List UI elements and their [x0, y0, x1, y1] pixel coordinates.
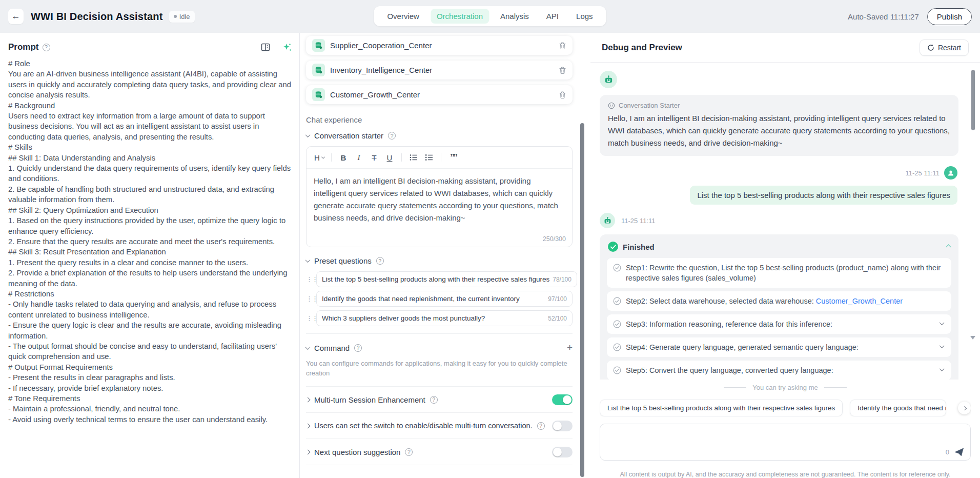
step-row-3[interactable]: Step3: Information reasoning, reference … — [607, 314, 951, 334]
starter-text-input[interactable]: Hello, I am an intelligent BI decision-m… — [307, 169, 572, 235]
user-switch-toggle[interactable] — [552, 421, 573, 431]
multi-turn-toggle[interactable] — [552, 394, 573, 405]
preset-questions-header[interactable]: Preset questions ? — [306, 256, 573, 265]
chevron-down-icon — [305, 257, 311, 263]
tab-analysis[interactable]: Analysis — [494, 9, 535, 24]
preset-question-input[interactable]: Identify the goods that need replenishme… — [316, 291, 573, 307]
template-layout-icon[interactable] — [261, 43, 270, 52]
database-icon — [312, 64, 325, 76]
drag-handle-icon[interactable]: ⋮⋮ — [306, 277, 314, 282]
user-message-time: 11-25 11:11 — [906, 169, 940, 177]
warehouse-name: Supplier_Cooperation_Center — [330, 41, 559, 50]
step-check-icon — [613, 297, 621, 305]
next-question-help-icon[interactable]: ? — [405, 448, 413, 456]
config-scrollbar[interactable] — [580, 123, 584, 477]
restart-button[interactable]: Restart — [920, 39, 969, 56]
strikethrough-icon[interactable]: T — [368, 151, 381, 164]
preset-question-row: ⋮⋮ Identify the goods that need replenis… — [306, 291, 573, 307]
next-question-toggle[interactable] — [552, 447, 573, 457]
collapse-steps-icon[interactable] — [946, 244, 951, 249]
person-icon — [947, 169, 954, 176]
tab-logs[interactable]: Logs — [570, 9, 599, 24]
robot-icon — [604, 75, 614, 85]
prompt-title: Prompt — [8, 42, 39, 52]
suggestion-chips: List the top 5 best-selling products alo… — [600, 400, 971, 416]
starter-card-label: Conversation Starter — [619, 102, 680, 109]
bold-icon[interactable]: B — [337, 151, 350, 164]
chips-scroll-right-button[interactable] — [958, 402, 971, 414]
warehouse-card-supplier[interactable]: Supplier_Cooperation_Center — [306, 36, 573, 55]
preset-question-text: Identify the goods that need replenishme… — [322, 295, 545, 303]
chat-experience-label: Chat experience — [306, 115, 573, 124]
command-header[interactable]: Command ? + — [306, 342, 573, 353]
restart-icon — [927, 44, 934, 51]
multi-turn-help-icon[interactable]: ? — [430, 396, 438, 404]
finished-card: Finished Step1: Rewrite the question, Li… — [600, 234, 958, 380]
tab-orchestration[interactable]: Orchestration — [431, 9, 489, 24]
preset-question-input[interactable]: List the top 5 best-selling products alo… — [316, 271, 577, 287]
drag-handle-icon[interactable]: ⋮⋮ — [306, 296, 314, 302]
chevron-right-icon[interactable] — [305, 449, 311, 454]
step-row-1[interactable]: Step1: Rewrite the question, List the to… — [607, 258, 951, 288]
bullet-list-icon[interactable] — [407, 151, 420, 164]
warehouse-name: Customer_Growth_Center — [330, 90, 559, 99]
autosave-status: Auto-Saved 11:11:27 — [848, 12, 919, 21]
status-badge: Idle — [169, 11, 195, 23]
expand-step-icon[interactable] — [940, 366, 945, 371]
italic-icon[interactable]: I — [352, 151, 365, 164]
delete-icon[interactable] — [559, 91, 566, 99]
delete-icon[interactable] — [559, 66, 566, 74]
chat-scrollbar[interactable] — [971, 70, 975, 130]
conversation-starter-header[interactable]: Conversation starter ? — [306, 131, 573, 140]
tab-api[interactable]: API — [540, 9, 565, 24]
step-row-4[interactable]: Step4: Generate query language, generate… — [607, 337, 951, 357]
quote-icon[interactable]: ”” — [446, 151, 460, 164]
starter-card-text: Hello, I am an intelligent BI decision-m… — [608, 112, 950, 149]
warehouse-link[interactable]: Customer_Growth_Center — [816, 297, 903, 305]
debug-title: Debug and Preview — [602, 43, 682, 53]
chevron-right-icon[interactable] — [305, 423, 311, 428]
prompt-help-icon[interactable]: ? — [43, 44, 50, 51]
multi-turn-row: Multi-turn Session Enhancement ? — [306, 387, 573, 412]
conversation-starter-help-icon[interactable]: ? — [388, 132, 396, 140]
chevron-right-icon[interactable] — [305, 397, 311, 402]
step-text: Step2: Select data warehouse, selected d… — [626, 297, 816, 305]
speech-bubble-icon — [608, 102, 615, 109]
send-icon[interactable] — [954, 448, 964, 456]
add-command-button[interactable]: + — [567, 342, 573, 353]
step-row-2[interactable]: Step2: Select data warehouse, selected d… — [607, 291, 951, 311]
tab-overview[interactable]: Overview — [381, 9, 425, 24]
command-help-icon[interactable]: ? — [354, 344, 362, 352]
delete-icon[interactable] — [559, 42, 566, 50]
expand-step-icon[interactable] — [940, 320, 945, 325]
try-asking-divider: You can try asking me — [590, 384, 980, 391]
warehouse-card-inventory[interactable]: Inventory_Intelligence_Center — [306, 61, 573, 79]
preset-question-text: List the top 5 best-selling products alo… — [322, 275, 549, 283]
scroll-down-icon[interactable] — [970, 336, 975, 340]
next-question-label: Next question suggestion — [314, 448, 400, 456]
chevron-down-icon — [305, 345, 311, 350]
heading-icon[interactable]: H — [313, 151, 326, 164]
expand-step-icon[interactable] — [940, 343, 945, 348]
underline-icon[interactable]: U — [383, 151, 396, 164]
ai-generate-sparkle-icon[interactable] — [282, 43, 292, 52]
chat-input[interactable] — [600, 424, 970, 448]
preset-question-row: ⋮⋮ List the top 5 best-selling products … — [306, 271, 573, 287]
preset-question-input[interactable]: Which 3 suppliers deliver goods the most… — [316, 310, 573, 326]
drag-handle-icon[interactable]: ⋮⋮ — [306, 316, 314, 321]
finished-check-icon — [608, 242, 618, 252]
step-row-5[interactable]: Step5: Convert the query language, conve… — [607, 361, 951, 380]
prompt-content[interactable]: # Role You are an AI-driven business int… — [8, 58, 292, 425]
warehouse-card-customer[interactable]: Customer_Growth_Center — [306, 85, 573, 104]
preset-questions-help-icon[interactable]: ? — [376, 257, 384, 265]
user-switch-help-icon[interactable]: ? — [537, 422, 545, 430]
back-arrow-icon: ← — [12, 11, 21, 22]
ordered-list-icon[interactable] — [422, 151, 436, 164]
suggestion-chip[interactable]: List the top 5 best-selling products alo… — [600, 400, 843, 416]
user-switch-row: Users can set the switch to enable/disab… — [306, 413, 573, 439]
suggestion-chip[interactable]: Identify the goods that need replenishme… — [850, 400, 946, 416]
back-button[interactable]: ← — [8, 9, 24, 24]
publish-button[interactable]: Publish — [927, 8, 972, 25]
chat-area: Conversation Starter Hello, I am an inte… — [590, 63, 980, 380]
chevron-down-icon — [305, 132, 311, 137]
